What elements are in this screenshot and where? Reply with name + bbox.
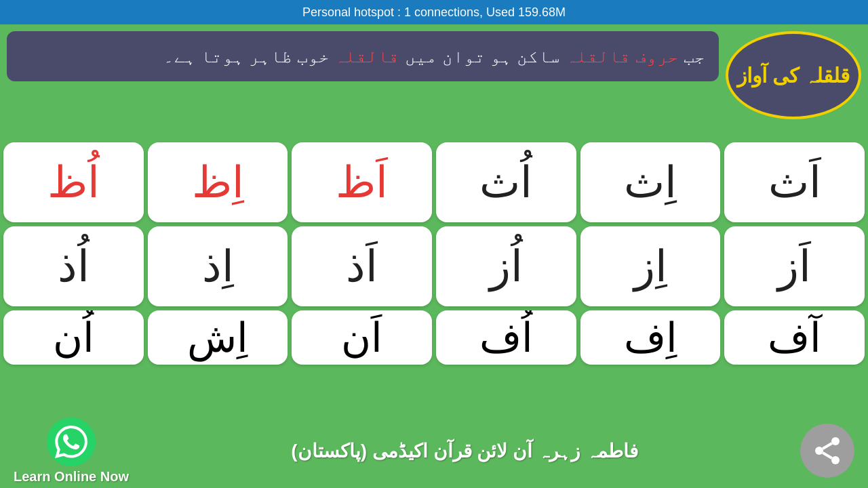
char-card[interactable]: اُذ: [3, 226, 144, 306]
share-icon: [811, 434, 844, 467]
char-card[interactable]: اَذ: [292, 226, 432, 306]
char-card[interactable]: اِذ: [148, 226, 288, 306]
char-card[interactable]: اُث: [436, 142, 576, 222]
title-badge-text: قلقلہ کی آواز: [737, 62, 850, 89]
footer: Learn Online Now فاطمہ زہرہ آن لائن قرآن…: [0, 413, 868, 488]
status-bar-text: Personal hotspot : 1 connections, Used 1…: [302, 5, 566, 20]
char-card[interactable]: اُن: [3, 310, 144, 365]
svg-line-4: [823, 443, 832, 449]
char-card[interactable]: اَن: [292, 310, 432, 365]
char-card[interactable]: اِش: [148, 310, 288, 365]
svg-point-0: [831, 437, 840, 445]
grid-row-3: اُن اِش اَن اُف اِف آف: [3, 310, 865, 365]
header-text-box: جب حروف قالقلہ ساکن ہو توان میں قالقلہ خ…: [7, 31, 719, 81]
grid-row-1: اُظ اِظ اَظ اُث اِث اَث: [3, 142, 865, 222]
char-card[interactable]: اَث: [724, 142, 865, 222]
char-card[interactable]: اُظ: [3, 142, 144, 222]
svg-point-2: [831, 456, 840, 464]
char-card[interactable]: اَظ: [292, 142, 432, 222]
char-card[interactable]: اِف: [580, 310, 721, 365]
whatsapp-button[interactable]: [47, 418, 96, 466]
char-card[interactable]: آف: [724, 310, 865, 365]
svg-line-3: [823, 453, 832, 458]
header-section: جب حروف قالقلہ ساکن ہو توان میں قالقلہ خ…: [0, 24, 868, 140]
whatsapp-section[interactable]: Learn Online Now: [14, 418, 129, 485]
whatsapp-icon: [55, 426, 87, 458]
char-card[interactable]: اِث: [580, 142, 721, 222]
title-badge: قلقلہ کی آواز: [726, 31, 861, 119]
char-card[interactable]: اُف: [436, 310, 576, 365]
status-bar: Personal hotspot : 1 connections, Used 1…: [0, 0, 868, 24]
char-card[interactable]: اَز: [724, 226, 865, 306]
academy-name: فاطمہ زہرہ آن لائن قرآن اکیڈمی (پاکستان): [291, 440, 637, 462]
char-card[interactable]: اِظ: [148, 142, 288, 222]
header-line1: جب حروف قالقلہ ساکن ہو توان میں قالقلہ خ…: [163, 46, 706, 66]
share-button[interactable]: [800, 424, 854, 478]
grid-row-2: اُذ اِذ اَذ اُز اِز اَز: [3, 226, 865, 306]
char-card[interactable]: اِز: [580, 226, 721, 306]
learn-online-label: Learn Online Now: [14, 469, 129, 485]
char-card[interactable]: اُز: [436, 226, 576, 306]
share-circle[interactable]: [800, 424, 854, 478]
svg-point-1: [815, 447, 823, 455]
